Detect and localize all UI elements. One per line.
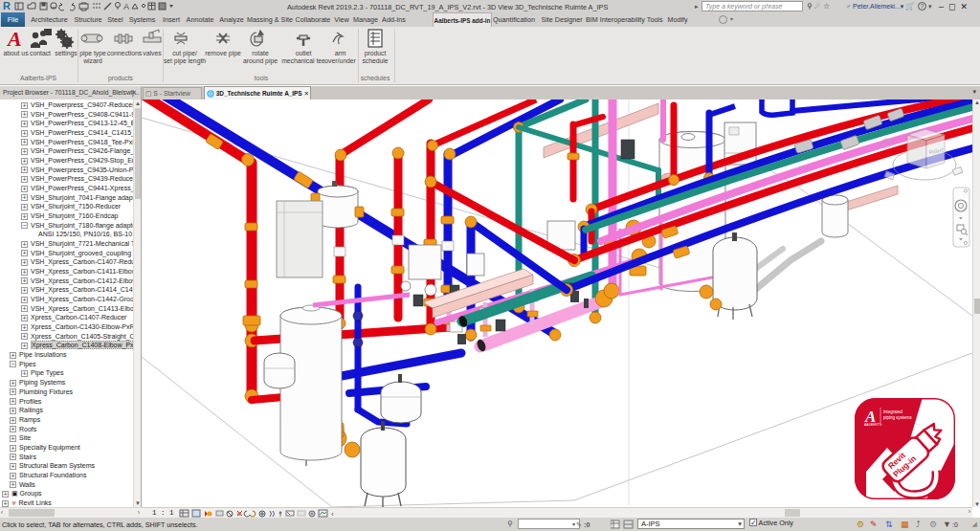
svg-text:A: A (6, 27, 22, 51)
svg-text:integrated: integrated (883, 409, 903, 414)
svg-text:‹: ‹ (331, 510, 334, 518)
svg-text:⇅: ⇅ (885, 520, 893, 529)
svg-text:piping systems: piping systems (883, 415, 913, 420)
svg-text::0: :0 (952, 521, 958, 528)
svg-text:▼: ▼ (943, 520, 951, 529)
svg-text:A: A (123, 2, 129, 11)
svg-text:AALBERTS: AALBERTS (864, 423, 882, 427)
svg-text:⚙: ⚙ (857, 520, 864, 529)
svg-text:▦: ▦ (901, 520, 909, 529)
svg-text:⤴: ⤴ (916, 520, 921, 529)
svg-text:✎: ✎ (870, 520, 878, 529)
svg-text:⚙: ⚙ (929, 520, 937, 529)
